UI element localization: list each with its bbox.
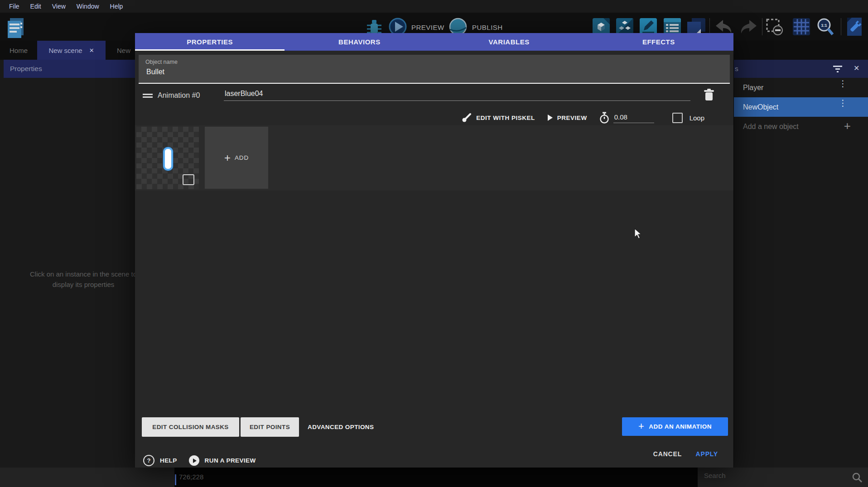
object-menu-dots-icon[interactable]: ⋮ (839, 101, 847, 105)
zoom-1-1-icon[interactable]: 1:1 (816, 18, 834, 36)
menu-edit[interactable]: Edit (25, 3, 47, 10)
preview-label[interactable]: PREVIEW (411, 24, 444, 31)
animation-actions-row: EDIT WITH PISKEL PREVIEW Loop (135, 109, 733, 126)
animation-title: Animation #0 (158, 91, 200, 100)
plus-icon: + (638, 420, 644, 432)
dialog-help-row: ? HELP RUN A PREVIEW (143, 455, 256, 466)
search-input[interactable] (703, 471, 841, 480)
object-row-player[interactable]: Player ⋮ (734, 78, 868, 97)
menu-window[interactable]: Window (71, 3, 105, 10)
tab-home[interactable]: Home (0, 41, 37, 60)
apply-button[interactable]: APPLY (693, 450, 721, 458)
project-settings-icon[interactable] (845, 18, 863, 37)
animation-name-input[interactable] (224, 89, 690, 101)
object-name-label: Object name (145, 59, 178, 65)
tab-new-scene[interactable]: New scene ✕ (37, 41, 106, 60)
frame-time-input[interactable] (613, 113, 654, 123)
toolbar-separator (841, 18, 841, 35)
loop-checkbox[interactable] (672, 113, 683, 123)
add-new-object-row[interactable]: Add a new object + (734, 117, 868, 136)
objects-panel-title-clipped: s (735, 65, 738, 73)
advanced-options-button[interactable]: ADVANCED OPTIONS (305, 417, 376, 437)
cancel-button[interactable]: CANCEL (651, 450, 685, 458)
object-menu-dots-icon[interactable]: ⋮ (839, 81, 847, 86)
run-preview-icon[interactable] (189, 455, 199, 466)
run-a-preview-button[interactable]: RUN A PREVIEW (205, 457, 256, 464)
close-tab-icon[interactable]: ✕ (89, 47, 94, 54)
search-icon (852, 472, 863, 483)
tab-variables[interactable]: VARIABLES (434, 33, 584, 51)
add-frame-button[interactable]: + ADD (205, 127, 268, 189)
plus-icon: + (224, 152, 231, 164)
dialog-tab-bar: PROPERTIES BEHAVIORS VARIABLES EFFECTS (135, 33, 733, 51)
grid-icon[interactable] (793, 18, 810, 35)
publish-label[interactable]: PUBLISH (472, 24, 503, 31)
delete-animation-trash-icon[interactable] (704, 89, 714, 101)
objects-panel: s ✕ Player ⋮ NewObject ⋮ Add a new objec… (734, 60, 868, 468)
close-panel-icon[interactable]: ✕ (854, 64, 859, 72)
filter-icon[interactable] (833, 65, 843, 73)
menu-bar: File Edit View Window Help (0, 0, 868, 13)
tab-properties[interactable]: PROPERTIES (135, 33, 285, 51)
bottom-bar-left (0, 468, 174, 487)
toolbar-separator (762, 18, 762, 35)
help-icon[interactable]: ? (143, 455, 154, 466)
svg-text:1:1: 1:1 (821, 23, 827, 28)
edit-points-button[interactable]: EDIT POINTS (241, 417, 299, 437)
object-editor-dialog: PROPERTIES BEHAVIORS VARIABLES EFFECTS O… (135, 33, 733, 468)
search-bar (698, 468, 868, 487)
frame-thumbnail[interactable] (136, 127, 199, 189)
object-name-input[interactable] (145, 67, 691, 76)
brush-icon (462, 113, 472, 123)
edit-with-piskel-button[interactable]: EDIT WITH PISKEL (476, 115, 535, 121)
objects-panel-header: s ✕ (734, 60, 868, 78)
menu-help[interactable]: Help (105, 3, 129, 10)
tab-effects[interactable]: EFFECTS (584, 33, 733, 51)
properties-panel: Properties Click on an instance in the s… (0, 60, 138, 468)
play-icon (548, 115, 553, 121)
help-button[interactable]: HELP (160, 457, 177, 464)
add-object-plus-icon[interactable]: + (844, 119, 851, 133)
menu-view[interactable]: View (47, 3, 71, 10)
object-row-newobject[interactable]: NewObject ⋮ (734, 97, 868, 117)
cursor-coordinates: 726;228 (179, 473, 203, 481)
properties-panel-title: Properties (10, 65, 42, 73)
properties-panel-header: Properties (4, 60, 138, 78)
animation-drag-handle-icon[interactable] (143, 94, 153, 98)
menu-file[interactable]: File (4, 3, 25, 10)
object-name-field: Object name (139, 55, 730, 84)
frames-strip: + ADD (135, 125, 733, 191)
preview-animation-button[interactable]: PREVIEW (557, 115, 587, 121)
frame-select-checkbox[interactable] (183, 174, 194, 185)
project-manager-icon[interactable] (6, 17, 25, 39)
status-caret (175, 474, 176, 485)
tab-behaviors[interactable]: BEHAVIORS (285, 33, 434, 51)
stopwatch-icon (599, 112, 610, 124)
edit-collision-masks-button[interactable]: EDIT COLLISION MASKS (142, 417, 239, 437)
mask-icon[interactable] (766, 18, 784, 36)
loop-label: Loop (690, 114, 704, 122)
add-an-animation-button[interactable]: + ADD AN ANIMATION (622, 417, 728, 436)
scene-status-bar: 726;228 (174, 468, 698, 487)
redo-icon[interactable] (738, 19, 757, 35)
bullet-sprite (163, 147, 173, 171)
mouse-cursor (633, 228, 643, 240)
